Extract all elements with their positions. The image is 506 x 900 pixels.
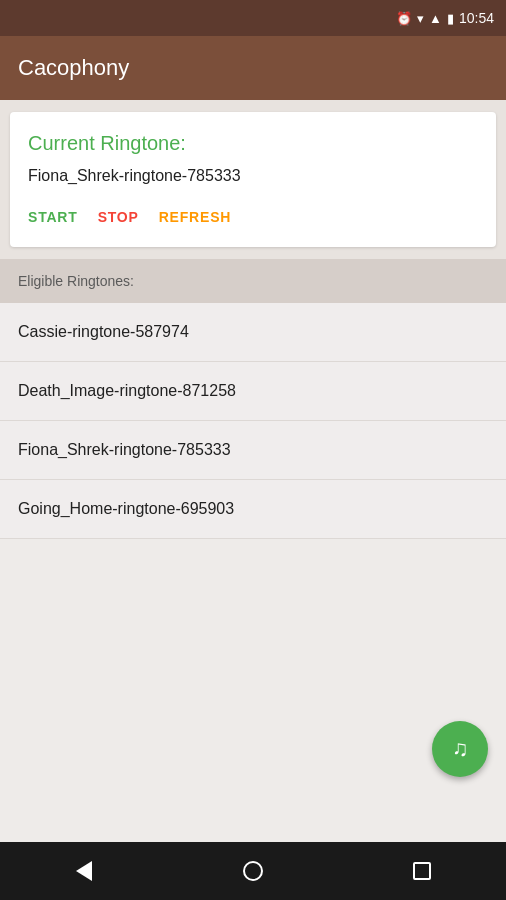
status-icons: ⏰ ▾ ▲ ▮ 10:54 (396, 10, 494, 26)
list-item[interactable]: Going_Home-ringtone-695903 (0, 480, 506, 539)
nav-recent-button[interactable] (402, 851, 442, 891)
recent-icon (413, 862, 431, 880)
fab-button[interactable]: ♫ (432, 721, 488, 777)
main-content: Current Ringtone: Fiona_Shrek-ringtone-7… (0, 100, 506, 842)
app-bar: Cacophony (0, 36, 506, 100)
list-item[interactable]: Cassie-ringtone-587974 (0, 303, 506, 362)
back-icon (76, 861, 92, 881)
ringtone-item-name: Fiona_Shrek-ringtone-785333 (18, 441, 231, 458)
nav-bar (0, 842, 506, 900)
status-bar: ⏰ ▾ ▲ ▮ 10:54 (0, 0, 506, 36)
status-time: 10:54 (459, 10, 494, 26)
signal-icon: ▲ (429, 11, 442, 26)
start-button[interactable]: START (28, 205, 78, 229)
list-item[interactable]: Death_Image-ringtone-871258 (0, 362, 506, 421)
current-ringtone-name: Fiona_Shrek-ringtone-785333 (28, 167, 478, 185)
fab-icon: ♫ (452, 736, 469, 762)
nav-home-button[interactable] (233, 851, 273, 891)
nav-back-button[interactable] (64, 851, 104, 891)
wifi-icon: ▾ (417, 11, 424, 26)
list-item[interactable]: Fiona_Shrek-ringtone-785333 (0, 421, 506, 480)
fab-container: ♫ (432, 721, 488, 777)
card-actions: START STOP REFRESH (28, 205, 478, 229)
stop-button[interactable]: STOP (98, 205, 139, 229)
ringtone-item-name: Cassie-ringtone-587974 (18, 323, 189, 340)
app-title: Cacophony (18, 55, 129, 81)
refresh-button[interactable]: REFRESH (159, 205, 232, 229)
ringtone-item-name: Death_Image-ringtone-871258 (18, 382, 236, 399)
current-ringtone-card: Current Ringtone: Fiona_Shrek-ringtone-7… (10, 112, 496, 247)
battery-icon: ▮ (447, 11, 454, 26)
card-title: Current Ringtone: (28, 132, 478, 155)
ringtone-list: Cassie-ringtone-587974 Death_Image-ringt… (0, 303, 506, 842)
section-header: Eligible Ringtones: (0, 259, 506, 303)
home-icon (243, 861, 263, 881)
ringtone-item-name: Going_Home-ringtone-695903 (18, 500, 234, 517)
alarm-icon: ⏰ (396, 11, 412, 26)
